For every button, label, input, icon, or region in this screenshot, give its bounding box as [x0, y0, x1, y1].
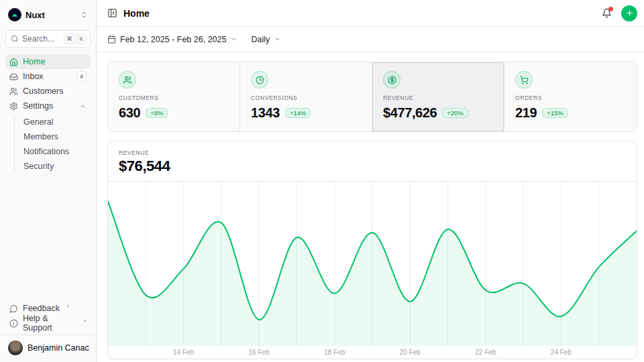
circle-dollar-sign-icon: [383, 71, 400, 88]
org-switcher[interactable]: Nuxt: [5, 7, 91, 23]
sidebar-footer-links: FeedbackHelp & Support: [5, 301, 91, 330]
notifications-button[interactable]: [598, 5, 614, 21]
stat-delta-badge: +20%: [442, 108, 468, 118]
footer-link-label: Feedback: [23, 304, 60, 313]
avatar: [8, 341, 23, 355]
granularity-select[interactable]: Daily: [251, 35, 281, 44]
stat-card-customers[interactable]: CUSTOMERS 630 +8%: [108, 62, 240, 131]
shopping-cart-icon: [515, 71, 533, 88]
inbox-icon: [9, 72, 18, 81]
sidebar-item-label: Home: [23, 57, 45, 66]
chart-header: REVENUE $76,544: [108, 141, 637, 182]
user-name: Benjamin Canac: [28, 343, 89, 353]
users-icon: [9, 87, 18, 96]
sidebar-item-home[interactable]: Home: [5, 54, 91, 69]
stat-value: $477,626: [383, 105, 437, 121]
chart-x-axis: 14 Feb16 Feb18 Feb20 Feb22 Feb24 Feb: [108, 346, 637, 359]
home-icon: [9, 58, 18, 66]
sidebar: Nuxt Search... ⌘ K Home Inbox 4 Customer…: [0, 0, 97, 362]
sidebar-item-security[interactable]: Security: [23, 159, 91, 174]
stat-label: CUSTOMERS: [119, 95, 229, 101]
x-axis-tick: 16 Feb: [249, 349, 270, 356]
arrow-up-right-icon: [65, 304, 70, 309]
sidebar-item-label: Inbox: [23, 72, 44, 81]
topbar: Home: [97, 0, 644, 27]
plus-icon: [625, 9, 634, 17]
page-content: CUSTOMERS 630 +8% CONVERSIONS 1343 +14% …: [97, 52, 644, 362]
chevron-down-icon: [274, 36, 281, 43]
info-icon: [9, 319, 18, 328]
notification-dot: [608, 7, 613, 11]
search-placeholder: Search...: [22, 34, 54, 44]
search-icon: [11, 35, 19, 43]
stat-value: 630: [119, 105, 140, 121]
sidebar-spacer: [5, 174, 91, 301]
users-icon: [119, 71, 136, 88]
kbd-cmd: ⌘: [64, 34, 75, 44]
page-title: Home: [123, 8, 150, 19]
sidebar-item-inbox[interactable]: Inbox 4: [5, 69, 91, 84]
arrow-up-right-icon: [82, 318, 87, 324]
sidebar-link-help-support[interactable]: Help & Support: [5, 316, 91, 330]
chevron-up-icon: [79, 103, 87, 110]
stats-grid: CUSTOMERS 630 +8% CONVERSIONS 1343 +14% …: [107, 62, 637, 132]
stat-card-orders[interactable]: ORDERS 219 +15%: [504, 62, 637, 131]
x-axis-tick: 24 Feb: [551, 349, 572, 356]
sidebar-item-label: Settings: [23, 101, 53, 111]
footer-link-label: Help & Support: [23, 314, 76, 333]
chart-metric-label: REVENUE: [119, 149, 626, 156]
inbox-count-badge: 4: [76, 71, 87, 81]
message-circle-icon: [9, 304, 18, 313]
sidebar-toggle-button[interactable]: [107, 8, 117, 18]
stat-value: 219: [515, 105, 537, 121]
search-input[interactable]: Search... ⌘ K: [5, 30, 91, 48]
calendar-icon: [107, 35, 116, 44]
revenue-chart-card: REVENUE $76,544 14 Feb16 Feb18 Feb20 Feb…: [107, 141, 637, 359]
x-axis-tick: 20 Feb: [400, 349, 421, 356]
user-menu[interactable]: Benjamin Canac: [5, 335, 91, 357]
stat-delta-badge: +14%: [285, 108, 311, 118]
add-button[interactable]: [621, 5, 637, 21]
nuxt-logo-icon: [8, 8, 21, 21]
granularity-label: Daily: [251, 35, 270, 44]
sidebar-nav: Home Inbox 4 Customers Settings GeneralM…: [5, 54, 91, 174]
sidebar-subnav: GeneralMembersNotificationsSecurity: [5, 115, 91, 174]
topbar-actions: [598, 5, 637, 21]
stat-card-revenue[interactable]: REVENUE $477,626 +20%: [372, 62, 504, 131]
chevron-down-icon: [230, 36, 237, 43]
sidebar-item-settings[interactable]: Settings: [5, 99, 91, 113]
x-axis-tick: 18 Feb: [324, 349, 345, 356]
sidebar-item-general[interactable]: General: [23, 115, 91, 129]
stat-label: REVENUE: [383, 95, 493, 101]
stat-delta-badge: +8%: [146, 108, 168, 118]
stat-value: 1343: [251, 105, 280, 121]
date-range-picker[interactable]: Feb 12, 2025 - Feb 26, 2025: [107, 35, 237, 44]
x-axis-tick: 14 Feb: [173, 349, 194, 356]
pie-chart-icon: [251, 71, 268, 88]
chart-metric-value: $76,544: [119, 158, 626, 174]
date-range-label: Feb 12, 2025 - Feb 26, 2025: [120, 35, 226, 44]
sidebar-item-label: Customers: [23, 86, 63, 96]
stat-card-conversions[interactable]: CONVERSIONS 1343 +14%: [240, 62, 372, 131]
sidebar-item-customers[interactable]: Customers: [5, 84, 91, 99]
kbd-k: K: [76, 34, 87, 44]
stat-label: ORDERS: [515, 95, 626, 101]
sidebar-item-members[interactable]: Members: [23, 129, 91, 144]
chevrons-up-down-icon: [80, 11, 88, 19]
settings-icon: [9, 102, 18, 111]
x-axis-tick: 22 Feb: [475, 349, 496, 356]
org-name: Nuxt: [25, 10, 45, 20]
stat-label: CONVERSIONS: [251, 95, 361, 101]
stat-delta-badge: +15%: [542, 108, 568, 118]
app-window: Nuxt Search... ⌘ K Home Inbox 4 Customer…: [0, 0, 644, 362]
sidebar-item-notifications[interactable]: Notifications: [23, 144, 91, 159]
filter-toolbar: Feb 12, 2025 - Feb 26, 2025 Daily: [97, 27, 644, 52]
main-area: Home Feb 12, 2025 - Feb 26, 2025 Daily: [97, 0, 644, 362]
search-shortcut: ⌘ K: [64, 34, 87, 44]
revenue-area-chart: [108, 182, 637, 346]
